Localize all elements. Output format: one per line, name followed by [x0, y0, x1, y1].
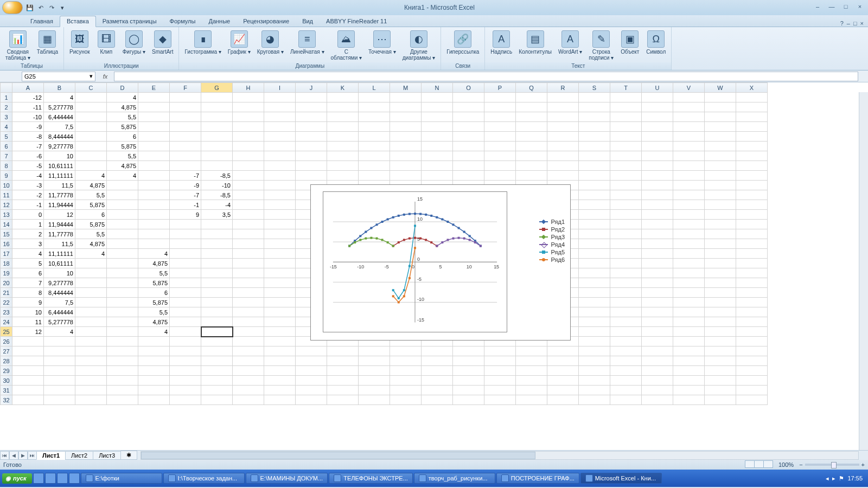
taskbar-item[interactable]: Microsoft Excel - Кни... [580, 473, 662, 484]
cell[interactable] [264, 239, 296, 249]
cell[interactable] [673, 161, 705, 171]
cell[interactable]: 4,875 [75, 181, 107, 190]
row-header[interactable]: 11 [1, 190, 12, 200]
cell[interactable] [610, 376, 642, 386]
cell[interactable]: 4,875 [107, 161, 138, 171]
cell[interactable] [705, 288, 736, 298]
cell[interactable] [327, 346, 359, 356]
cell[interactable] [579, 268, 610, 278]
cell[interactable] [705, 376, 736, 386]
cell[interactable]: 11,11111 [44, 171, 75, 181]
cell[interactable] [44, 376, 75, 386]
cell[interactable]: 5,875 [138, 298, 170, 307]
cell[interactable] [75, 161, 107, 171]
row-header[interactable]: 15 [1, 229, 12, 239]
cell[interactable] [201, 327, 233, 337]
cell[interactable]: 1 [12, 220, 44, 229]
cell[interactable] [201, 142, 233, 151]
cell[interactable] [107, 395, 138, 405]
cell[interactable] [170, 229, 201, 239]
cell[interactable] [673, 337, 705, 346]
cell[interactable]: 5,875 [138, 278, 170, 288]
cell[interactable] [233, 288, 264, 298]
cell[interactable] [107, 288, 138, 298]
row-header[interactable]: 14 [1, 220, 12, 229]
cell[interactable] [264, 278, 296, 288]
cell[interactable] [453, 93, 484, 102]
cell[interactable] [12, 356, 44, 366]
cell[interactable] [673, 112, 705, 122]
cell[interactable] [484, 151, 516, 161]
cell[interactable] [673, 298, 705, 307]
cell[interactable] [75, 151, 107, 161]
cell[interactable] [547, 142, 579, 151]
cell[interactable] [610, 356, 642, 366]
cell[interactable] [107, 210, 138, 220]
cell[interactable] [705, 259, 736, 268]
cell[interactable] [673, 239, 705, 249]
cell[interactable] [673, 190, 705, 200]
cell[interactable] [705, 356, 736, 366]
cell[interactable] [138, 229, 170, 239]
cell[interactable]: -7 [170, 190, 201, 200]
cell[interactable] [484, 122, 516, 132]
zoom-slider[interactable]: −+ [799, 461, 865, 468]
cell[interactable] [736, 337, 768, 346]
cell[interactable] [75, 395, 107, 405]
cell[interactable]: 11 [12, 317, 44, 327]
cell[interactable]: -8,5 [201, 171, 233, 181]
cell[interactable] [138, 386, 170, 395]
cell[interactable] [390, 386, 422, 395]
cell[interactable] [201, 229, 233, 239]
cell[interactable] [75, 356, 107, 366]
undo-icon[interactable]: ↶ [36, 3, 46, 12]
cell[interactable] [107, 356, 138, 366]
cell[interactable] [673, 171, 705, 181]
cell[interactable] [359, 346, 390, 356]
row-header[interactable]: 2 [1, 102, 12, 112]
cell[interactable] [422, 376, 453, 386]
cell[interactable]: 5,5 [138, 307, 170, 317]
cell[interactable] [170, 249, 201, 259]
cell[interactable] [264, 151, 296, 161]
row-header[interactable]: 10 [1, 181, 12, 190]
cell[interactable] [233, 171, 264, 181]
cell[interactable] [296, 112, 327, 122]
cell[interactable] [170, 307, 201, 317]
column-header[interactable]: O [453, 83, 484, 93]
cell[interactable] [264, 298, 296, 307]
cell[interactable] [705, 239, 736, 249]
cell[interactable] [390, 142, 422, 151]
cell[interactable] [484, 376, 516, 386]
cell[interactable] [107, 346, 138, 356]
cell[interactable] [610, 239, 642, 249]
minimize-ribbon-icon[interactable]: – [812, 3, 824, 12]
redo-icon[interactable]: ↷ [47, 3, 56, 12]
cell[interactable] [736, 278, 768, 288]
cell[interactable] [610, 181, 642, 190]
cell[interactable]: 10 [12, 307, 44, 317]
cell[interactable] [516, 356, 547, 366]
fx-icon[interactable]: fx [97, 73, 114, 80]
cell[interactable] [673, 356, 705, 366]
cell[interactable]: 12 [12, 327, 44, 337]
cell[interactable]: 8,444444 [44, 132, 75, 142]
ribbon-button[interactable]: ◐Другие диаграммы ▾ [400, 29, 437, 62]
cell[interactable] [610, 337, 642, 346]
cell[interactable] [44, 337, 75, 346]
cell[interactable] [673, 249, 705, 259]
cell[interactable] [233, 210, 264, 220]
cell[interactable]: 6 [75, 210, 107, 220]
sheet-tab[interactable]: Лист1 [36, 451, 66, 460]
cell[interactable] [579, 181, 610, 190]
column-header[interactable]: C [75, 83, 107, 93]
sheet-tab[interactable]: Лист3 [93, 451, 121, 460]
cell[interactable] [579, 376, 610, 386]
cell[interactable] [484, 112, 516, 122]
cell[interactable] [705, 151, 736, 161]
cell[interactable] [547, 386, 579, 395]
cell[interactable] [170, 239, 201, 249]
cell[interactable] [296, 171, 327, 181]
row-header[interactable]: 13 [1, 210, 12, 220]
cell[interactable] [390, 132, 422, 142]
